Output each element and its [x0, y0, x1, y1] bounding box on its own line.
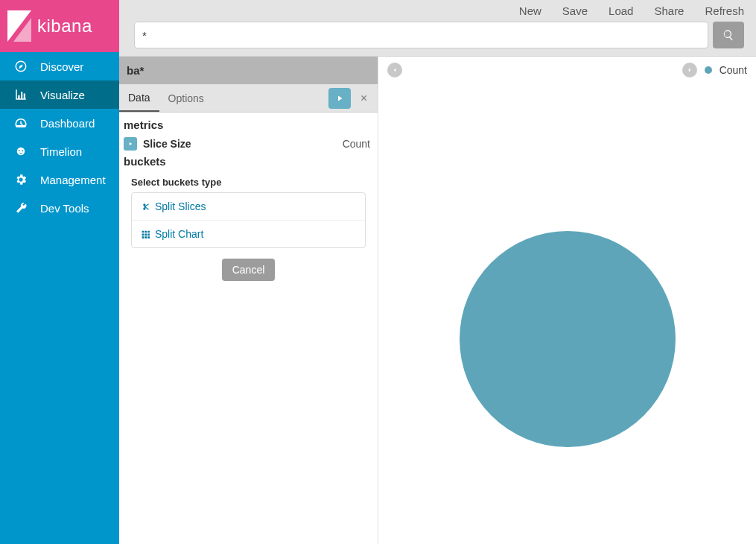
wrench-icon: [13, 200, 28, 215]
bucket-prompt: Select buckets type: [124, 171, 373, 192]
svg-point-2: [17, 148, 25, 156]
sidebar-item-dashboard[interactable]: Dashboard: [0, 109, 119, 137]
cancel-button[interactable]: Cancel: [222, 259, 276, 281]
search-button[interactable]: [713, 22, 744, 48]
topbar-save[interactable]: Save: [562, 4, 588, 17]
apply-button[interactable]: [328, 88, 351, 109]
search-icon: [722, 29, 734, 41]
compass-icon: [13, 59, 28, 74]
bucket-opt-label: Split Slices: [155, 200, 206, 212]
sidebar: kibana Discover Visualize Dashboard Time…: [0, 0, 119, 544]
lion-icon: [13, 144, 28, 159]
metrics-heading: metrics: [124, 117, 373, 134]
gauge-icon: [13, 116, 28, 130]
legend-label[interactable]: Count: [720, 64, 747, 76]
tab-data[interactable]: Data: [119, 84, 159, 112]
scissors-icon: [141, 202, 150, 212]
bucket-split-chart[interactable]: Split Chart: [132, 220, 365, 247]
legend-toggle-button[interactable]: [682, 63, 697, 78]
brand-logo[interactable]: kibana: [0, 0, 119, 52]
kibana-logo-icon: [7, 10, 31, 42]
topbar-new[interactable]: New: [519, 4, 541, 17]
discard-button[interactable]: [352, 88, 375, 109]
sidebar-item-visualize[interactable]: Visualize: [0, 80, 119, 109]
metric-label: Slice Size: [143, 138, 191, 150]
brand-name: kibana: [37, 16, 92, 37]
sidebar-item-timelion[interactable]: Timelion: [0, 137, 119, 165]
index-pattern-label: ba*: [119, 57, 378, 84]
sidebar-item-label: Management: [40, 174, 106, 186]
bucket-split-slices[interactable]: Split Slices: [132, 193, 365, 220]
metric-agg: Count: [343, 138, 373, 150]
svg-point-4: [22, 150, 23, 151]
buckets-heading: buckets: [124, 154, 373, 171]
topbar-load[interactable]: Load: [609, 4, 633, 17]
sidebar-item-label: Dev Tools: [40, 202, 89, 215]
gear-icon: [13, 172, 28, 187]
pie-chart[interactable]: [460, 231, 676, 447]
query-input[interactable]: [134, 22, 708, 48]
collapse-panel-button[interactable]: [387, 63, 402, 78]
sidebar-item-label: Timelion: [40, 145, 82, 158]
svg-point-3: [19, 150, 20, 151]
bar-chart-icon: [13, 87, 28, 102]
grid-icon: [141, 230, 150, 239]
topbar-share[interactable]: Share: [654, 4, 684, 17]
topbar: New Save Load Share Refresh: [119, 0, 756, 57]
metric-row[interactable]: Slice Size Count: [124, 134, 373, 154]
tab-options[interactable]: Options: [159, 84, 213, 112]
legend-color-icon: [705, 66, 712, 74]
bucket-opt-label: Split Chart: [155, 228, 203, 240]
config-panel: ba* Data Options metrics Slice Size Coun…: [119, 57, 378, 544]
sidebar-item-label: Discover: [40, 60, 83, 73]
topbar-refresh[interactable]: Refresh: [705, 4, 744, 17]
sidebar-item-label: Visualize: [40, 89, 85, 101]
sidebar-item-management[interactable]: Management: [0, 165, 119, 194]
visualization-area: Count: [378, 57, 756, 544]
sidebar-item-devtools[interactable]: Dev Tools: [0, 194, 119, 222]
sidebar-item-label: Dashboard: [40, 117, 95, 130]
sidebar-item-discover[interactable]: Discover: [0, 52, 119, 80]
toggle-icon: [124, 137, 137, 151]
